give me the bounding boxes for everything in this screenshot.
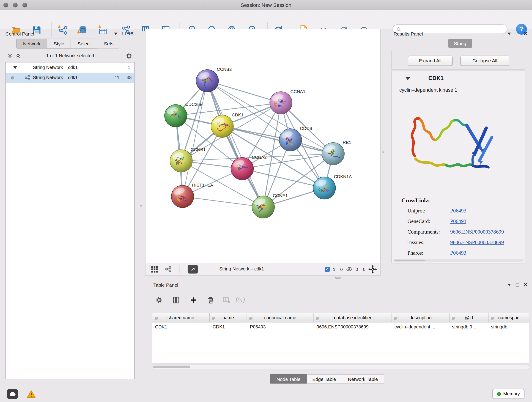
tab-select[interactable]: Select — [71, 39, 97, 49]
crosslink-link[interactable]: P06493 — [450, 218, 466, 224]
column-sort-icon — [154, 316, 158, 320]
network-collection-row[interactable]: String Network – cdk1 1 — [6, 62, 134, 72]
crosslink-row: Compartments:9606.ENSP00000378699 — [392, 227, 525, 238]
results-button-box: Expand All Collapse All — [392, 51, 525, 70]
network-node-cdk1[interactable]: CDK1 — [211, 113, 244, 138]
network-label: String Network – cdk1 — [33, 75, 78, 80]
collapse-all-button[interactable]: Collapse All — [461, 56, 509, 66]
panel-close-icon[interactable]: × — [130, 32, 134, 36]
results-scrollbar-thumb[interactable] — [394, 259, 425, 261]
cloud-status-button[interactable] — [7, 389, 18, 399]
panel-resize-handle[interactable] — [140, 205, 142, 207]
crosslink-label: Tissues: — [408, 239, 424, 245]
table-scrollbar-thumb[interactable] — [153, 366, 190, 368]
add-column-button[interactable] — [189, 296, 198, 305]
network-node-cdkn1a[interactable]: CDKN1A — [313, 174, 352, 199]
tab-network-table[interactable]: Network Table — [342, 374, 384, 383]
panel-menu-icon[interactable] — [507, 32, 511, 35]
fit-crosshair-icon[interactable] — [368, 265, 377, 274]
network-edge[interactable] — [183, 196, 263, 207]
gear-icon — [155, 296, 163, 304]
network-row[interactable]: String Network – cdk1 11 48 — [6, 73, 134, 83]
table-horizontal-scrollbar[interactable] — [152, 364, 529, 369]
panel-close-icon[interactable]: × — [524, 283, 527, 287]
panel-resize-handle[interactable] — [335, 277, 341, 279]
network-edge[interactable] — [207, 81, 281, 103]
network-edge[interactable] — [242, 169, 324, 188]
panel-menu-icon[interactable] — [507, 283, 511, 286]
columns-icon — [172, 296, 180, 304]
string-results-tab[interactable]: String — [448, 39, 472, 48]
delete-column-button[interactable] — [207, 296, 215, 305]
tab-edge-table[interactable]: Edge Table — [307, 374, 342, 383]
tab-network[interactable]: Network — [16, 39, 47, 49]
network-node-ccna1[interactable]: CCNA1 — [270, 89, 305, 114]
memory-button[interactable]: Memory — [492, 389, 525, 399]
protein-detail-section: CDK1 cyclin–dependent kinase 1 — [392, 70, 525, 263]
window-title: Session: New Session — [0, 2, 532, 8]
protein-structure-image — [401, 104, 503, 191]
panel-resize-handle[interactable] — [382, 151, 384, 153]
gear-icon[interactable] — [125, 52, 133, 60]
node-label: RB1 — [343, 140, 351, 145]
network-edge[interactable] — [207, 81, 263, 207]
selected-checkbox-icon[interactable]: ✓ — [325, 267, 330, 272]
grid-view-icon[interactable] — [151, 266, 158, 273]
column-header-shared-name[interactable]: shared name — [152, 313, 210, 322]
title-bar: Session: New Session — [0, 0, 532, 10]
table-cell: cyclin–dependent ... — [392, 322, 449, 332]
function-builder-button: f(x) — [235, 296, 245, 304]
network-node-rb1[interactable]: RB1 — [322, 140, 351, 165]
column-header-name[interactable]: name — [210, 313, 247, 322]
network-share-icon[interactable] — [165, 266, 172, 273]
panel-float-icon[interactable] — [516, 283, 519, 287]
network-node-ccnb2[interactable]: CCNB2 — [196, 67, 232, 92]
column-header-database-identifier[interactable]: database identifier — [314, 313, 392, 322]
crosslink-link[interactable]: P06493 — [450, 208, 466, 214]
section-collapse-icon[interactable] — [405, 77, 410, 80]
crosslink-link[interactable]: 9606.ENSP00000378699 — [450, 239, 504, 245]
crosslink-label: GeneCard: — [408, 218, 430, 224]
table-row[interactable]: CDK1CDK1P064939606.ENSP00000378699cyclin… — [152, 322, 529, 332]
table-settings-button[interactable] — [155, 296, 164, 305]
collection-network-count: 1 — [128, 65, 130, 70]
network-edge-count: 48 — [127, 75, 132, 80]
cloud-icon — [9, 390, 16, 398]
table-cell: stringdb — [488, 322, 529, 332]
panel-close-icon[interactable]: × — [524, 32, 527, 36]
column-label: @id — [465, 315, 473, 320]
expand-all-button[interactable]: Expand All — [408, 56, 452, 66]
panel-float-icon[interactable] — [122, 32, 126, 35]
column-header--id[interactable]: @id — [450, 313, 488, 322]
tab-sets[interactable]: Sets — [98, 39, 120, 49]
column-label: name — [222, 315, 234, 320]
network-selection-status: 1 of 1 Network selected — [6, 53, 135, 58]
open-in-new-window-button[interactable] — [188, 265, 198, 274]
table-cell: stringdb:9... — [449, 322, 488, 332]
network-canvas[interactable]: CCNB2CCNA1CDC25BCDK1CDC6RB1CCNB1CCNA2CDK… — [146, 29, 380, 263]
tab-style[interactable]: Style — [47, 39, 71, 49]
column-header-namespac[interactable]: namespac — [488, 313, 529, 322]
panel-float-icon[interactable] — [516, 32, 519, 35]
external-arrow-icon — [190, 267, 195, 272]
crosslink-link[interactable]: P06493 — [450, 250, 466, 256]
column-label: canonical name — [264, 315, 296, 320]
column-header-canonical-name[interactable]: canonical name — [247, 313, 314, 322]
results-panel: Results Panel × String Expand All Collap… — [391, 29, 529, 269]
network-edge[interactable] — [183, 81, 207, 196]
collection-expand-icon[interactable] — [13, 66, 17, 69]
network-node-ccna2[interactable]: CCNA2 — [231, 155, 267, 180]
application-window: Session: New Session ? Control — [0, 0, 532, 402]
network-node-hist1h1a[interactable]: HIST1H1A — [171, 183, 213, 208]
crosslink-link[interactable]: 9606.ENSP00000378699 — [450, 229, 504, 235]
tab-node-table[interactable]: Node Table — [270, 374, 307, 383]
column-header-description[interactable]: description — [392, 313, 450, 322]
network-node-ccnb1[interactable]: CCNB1 — [170, 147, 206, 172]
results-scrollbar[interactable] — [394, 259, 524, 262]
network-graph[interactable]: CCNB2CCNA1CDC25BCDK1CDC6RB1CCNB1CCNA2CDK… — [146, 29, 380, 263]
panel-menu-icon[interactable] — [114, 32, 118, 35]
warnings-button[interactable] — [27, 389, 36, 399]
show-columns-button[interactable] — [172, 296, 181, 305]
node-label: CCNB2 — [217, 67, 232, 72]
network-node-cdc25b[interactable]: CDC25B — [165, 102, 203, 127]
